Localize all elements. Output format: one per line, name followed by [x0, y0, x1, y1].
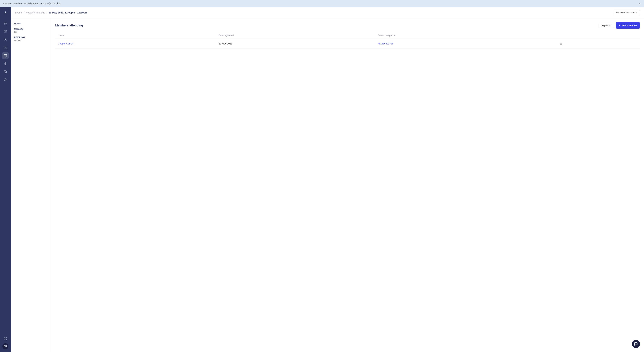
toast-message: Casper Carroll successfully added to Yog… — [3, 2, 60, 5]
toast-notification: Casper Carroll successfully added to Yog… — [0, 0, 644, 7]
svg-point-0 — [5, 12, 6, 13]
notes-title: Notes — [14, 22, 48, 25]
contacts-icon[interactable] — [2, 36, 9, 43]
svg-point-2 — [5, 14, 6, 14]
rsvp-value: Not set — [14, 39, 48, 42]
calendar-icon[interactable] — [2, 52, 9, 59]
home-icon[interactable] — [2, 20, 9, 26]
delete-attendee-button[interactable]: 🗑 — [558, 42, 564, 46]
svg-point-16 — [5, 338, 6, 339]
page-header: Events / Yoga @ The club / 19 May 2021, … — [11, 7, 644, 18]
toast-close-button[interactable]: × — [639, 2, 641, 5]
section-actions: Export list + New Attendee — [599, 22, 640, 29]
breadcrumb-sep-2: / — [47, 11, 47, 14]
phone-link[interactable]: +61456592769 — [378, 42, 394, 45]
table-row: Casper Carroll 17 May 2021 +61456592769 … — [55, 39, 640, 49]
col-date: Date registered — [216, 32, 375, 39]
rsvp-label: RSVP date — [14, 36, 48, 38]
user-avatar[interactable]: SN — [2, 343, 8, 349]
member-name-link[interactable]: Casper Carroll — [58, 42, 73, 45]
settings-icon[interactable] — [2, 335, 9, 342]
section-header: Members attending Export list + New Atte… — [55, 22, 640, 29]
right-panel: Members attending Export list + New Atte… — [51, 18, 644, 352]
delete-cell: 🗑 — [556, 39, 640, 49]
left-panel: Notes Capacity 20 RSVP date Not set — [11, 18, 51, 352]
capacity-label: Capacity — [14, 28, 48, 30]
sidebar-logo — [2, 10, 8, 16]
capacity-value: 20 — [14, 31, 48, 33]
breadcrumb-current: 19 May 2021, 12:00pm - 12:30pm — [49, 11, 88, 14]
sidebar: SN — [0, 7, 11, 352]
export-list-button[interactable]: Export list — [599, 23, 614, 28]
reports-icon[interactable] — [2, 68, 9, 75]
svg-rect-3 — [4, 30, 7, 32]
col-phone: Contact telephone — [375, 32, 556, 39]
inbox-icon[interactable] — [2, 28, 9, 35]
section-title: Members attending — [55, 24, 83, 27]
box-icon[interactable] — [2, 44, 9, 51]
svg-point-1 — [5, 11, 6, 12]
svg-point-4 — [5, 38, 6, 40]
search-icon[interactable] — [2, 76, 9, 83]
member-name-cell: Casper Carroll — [55, 39, 216, 49]
contact-telephone-cell: +61456592769 — [375, 39, 556, 49]
svg-point-14 — [4, 79, 6, 81]
breadcrumb-yoga[interactable]: Yoga @ The club — [26, 11, 45, 14]
col-name: Name — [55, 32, 216, 39]
breadcrumb-sep-1: / — [24, 11, 24, 14]
breadcrumb-events[interactable]: Events — [15, 11, 22, 14]
breadcrumb: Events / Yoga @ The club / 19 May 2021, … — [15, 11, 88, 14]
dollar-icon[interactable] — [2, 60, 9, 67]
chat-bubble[interactable] — [632, 340, 640, 348]
plus-icon: + — [619, 24, 620, 27]
edit-event-button[interactable]: Edit event time details — [613, 10, 640, 15]
svg-line-15 — [6, 80, 7, 81]
svg-rect-7 — [4, 54, 7, 57]
members-table: Name Date registered Contact telephone C… — [55, 32, 640, 49]
col-actions — [556, 32, 640, 39]
date-registered-cell: 17 May 2021 — [216, 39, 375, 49]
new-attendee-button[interactable]: + New Attendee — [616, 22, 640, 29]
